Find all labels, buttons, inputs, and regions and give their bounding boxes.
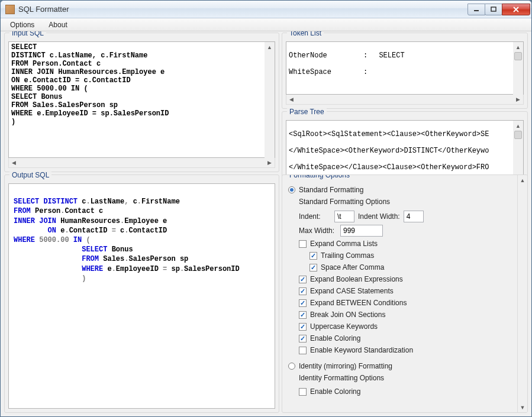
options-vscrollbar[interactable]: ▲ ▼ — [517, 175, 527, 412]
window-buttons — [468, 4, 530, 15]
maximize-icon — [491, 7, 496, 12]
enable-keyword-std-checkbox[interactable]: Enable Keyword Standardization — [299, 344, 512, 356]
app-window: SQL Formatter Options About Input SQL SE… — [0, 0, 532, 417]
checkbox-icon — [309, 252, 317, 260]
expand-case-checkbox[interactable]: Expand CASE Statements — [299, 285, 512, 297]
parse-tree-line: </WhiteSpace><OtherKeyword>DISTINCT</Oth… — [289, 147, 512, 155]
scroll-thumb[interactable] — [514, 131, 522, 139]
parse-tree-line: </WhiteSpace></Clause><Clause><OtherKeyw… — [289, 163, 512, 172]
radio-icon — [288, 186, 295, 193]
checkbox-icon — [299, 287, 307, 295]
max-width-label: Max Width: — [299, 227, 337, 235]
scroll-right-icon[interactable]: ▶ — [513, 95, 523, 104]
titlebar[interactable]: SQL Formatter — [1, 1, 531, 18]
indent-width-label: Indent Width: — [358, 212, 400, 221]
input-sql-textbox[interactable]: SELECT DISTINCT c.LastName, c.FirstName … — [8, 41, 275, 158]
checkbox-icon — [299, 323, 307, 331]
scroll-up-icon[interactable]: ▲ — [513, 42, 523, 52]
identity-enable-coloring-checkbox[interactable]: Enable Coloring — [299, 386, 512, 397]
input-sql-group: Input SQL SELECT DISTINCT c.LastName, c.… — [4, 33, 279, 172]
input-sql-label: Input SQL — [9, 31, 46, 37]
token-list-textbox[interactable]: OtherNode: SELECT WhiteSpace: — [286, 41, 524, 95]
parse-tree-label: Parse Tree — [287, 108, 327, 115]
indent-label: Indent: — [299, 212, 331, 221]
close-icon — [512, 7, 520, 12]
token-name: WhiteSpace — [289, 68, 360, 76]
maximize-button[interactable] — [485, 4, 502, 15]
expand-comma-checkbox[interactable]: Expand Comma Lists — [299, 238, 512, 250]
minimize-button[interactable] — [467, 4, 485, 15]
radio-label: Standard Formatting — [299, 186, 363, 194]
expand-between-checkbox[interactable]: Expand BETWEEN Conditions — [299, 297, 512, 309]
output-sql-label: Output SQL — [9, 172, 51, 179]
svg-rect-1 — [491, 7, 496, 11]
menu-about[interactable]: About — [41, 20, 74, 30]
parse-tree-line: <SqlRoot><SqlStatement><Clause><OtherKey… — [289, 130, 512, 138]
scroll-right-icon[interactable]: ▶ — [265, 158, 275, 167]
minimize-icon — [473, 7, 479, 12]
standard-formatting-radio[interactable]: Standard Formatting — [288, 185, 512, 196]
token-name: OtherNode — [289, 51, 360, 60]
checkbox-icon — [299, 240, 307, 248]
scroll-left-icon[interactable]: ◀ — [286, 95, 296, 104]
app-icon — [5, 5, 15, 14]
max-width-input[interactable] — [340, 225, 383, 237]
menu-options[interactable]: Options — [3, 20, 41, 30]
input-sql-vscrollbar[interactable]: ▲ ▼ — [265, 42, 275, 167]
token-sep: : — [363, 51, 367, 60]
expand-boolean-checkbox[interactable]: Expand Boolean Expressions — [299, 273, 512, 285]
output-sql-textbox[interactable]: SELECT DISTINCT c.LastName, c.FirstName … — [8, 183, 275, 409]
break-join-checkbox[interactable]: Break Join ON Sections — [299, 309, 512, 321]
checkbox-icon — [299, 388, 307, 396]
token-list-hscrollbar[interactable]: ◀ ▶ — [286, 95, 524, 105]
token-list-label: Token List — [287, 31, 324, 37]
checkbox-icon — [299, 335, 307, 342]
uppercase-keywords-checkbox[interactable]: Uppercase Keywords — [299, 321, 512, 332]
scroll-thumb[interactable] — [514, 52, 522, 60]
token-row: WhiteSpace: — [289, 68, 512, 76]
output-sql-group: Output SQL SELECT DISTINCT c.LastName, c… — [4, 174, 279, 413]
checkbox-icon — [309, 264, 317, 271]
input-sql-hscrollbar[interactable]: ◀ ▶ — [8, 158, 275, 168]
scroll-up-icon[interactable]: ▲ — [513, 121, 523, 131]
close-button[interactable] — [502, 4, 530, 15]
checkbox-icon — [299, 299, 307, 307]
svg-rect-0 — [474, 10, 479, 11]
checkbox-icon — [299, 347, 307, 354]
identity-options-heading: Identity Formatting Options — [299, 373, 512, 386]
scroll-left-icon[interactable]: ◀ — [9, 158, 19, 167]
content-area: Input SQL SELECT DISTINCT c.LastName, c.… — [1, 31, 531, 416]
checkbox-icon — [299, 311, 307, 319]
radio-icon — [288, 363, 295, 370]
scroll-up-icon[interactable]: ▲ — [518, 175, 527, 185]
token-sep: : — [363, 68, 367, 76]
identity-formatting-radio[interactable]: Identity (mirroring) Formatting — [288, 361, 512, 373]
enable-coloring-checkbox[interactable]: Enable Coloring — [299, 332, 512, 344]
formatting-options-label: Formatting Options — [287, 174, 352, 179]
checkbox-icon — [299, 276, 307, 283]
window-title: SQL Formatter — [18, 5, 468, 14]
token-list-group: Token List OtherNode: SELECT WhiteSpace:… — [282, 33, 528, 109]
formatting-options-group: Formatting Options Standard Formatting S… — [282, 174, 528, 413]
standard-options-heading: Standard Formatting Options — [299, 196, 512, 209]
space-after-comma-checkbox[interactable]: Space After Comma — [299, 261, 512, 273]
trailing-commas-checkbox[interactable]: Trailing Commas — [299, 250, 512, 261]
token-value: SELECT — [379, 51, 404, 60]
token-row: OtherNode: SELECT — [289, 51, 512, 60]
radio-label: Identity (mirroring) Formatting — [299, 362, 392, 370]
menubar: Options About — [1, 18, 531, 31]
indent-width-input[interactable] — [404, 211, 424, 222]
scroll-up-icon[interactable]: ▲ — [265, 42, 275, 52]
scroll-down-icon[interactable]: ▼ — [518, 402, 527, 412]
indent-input[interactable] — [334, 211, 354, 222]
